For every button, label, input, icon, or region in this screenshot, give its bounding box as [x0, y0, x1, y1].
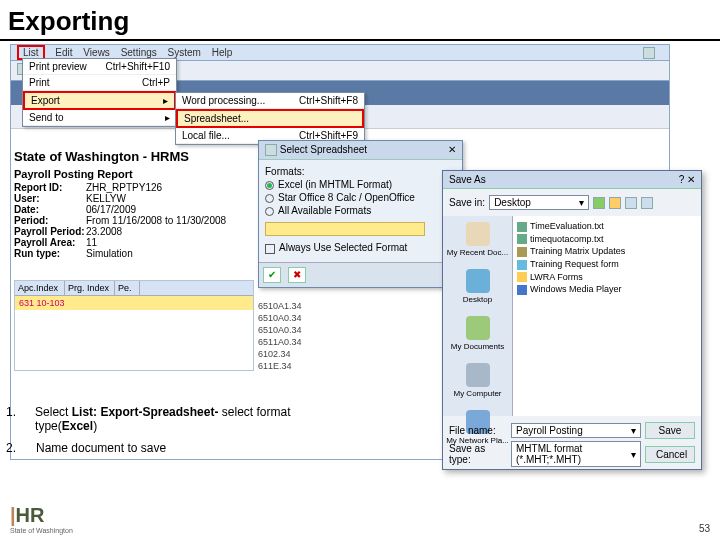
- submenu-word[interactable]: Word processing...Ctrl+Shift+F8: [176, 93, 364, 109]
- instruction-1: Select List: Export-Spreadsheet- select …: [35, 405, 346, 433]
- menu-views[interactable]: Views: [83, 47, 110, 58]
- table-row: 631 10-103: [15, 296, 253, 310]
- list-item[interactable]: LWRA Forms: [517, 271, 697, 284]
- places-bar: My Recent Doc... Desktop My Documents My…: [443, 216, 513, 416]
- back-icon[interactable]: [593, 197, 605, 209]
- list-menu-dropdown: Print previewCtrl+Shift+F10 PrintCtrl+P …: [22, 58, 177, 127]
- instructions: 1.Select List: Export-Spreadsheet- selec…: [6, 405, 346, 463]
- report-header: State of Washington - HRMS Payroll Posti…: [14, 145, 254, 259]
- radio-excel[interactable]: Excel (in MHTML Format): [265, 179, 456, 190]
- save-as-dialog: Save As ? ✕ Save in: Desktop▾ My Recent …: [442, 170, 702, 470]
- menu-print-preview[interactable]: Print previewCtrl+Shift+F10: [23, 59, 176, 75]
- menu-settings[interactable]: Settings: [121, 47, 157, 58]
- radio-staroffice[interactable]: Star Office 8 Calc / OpenOffice: [265, 192, 456, 203]
- export-submenu: Word processing...Ctrl+Shift+F8 Spreadsh…: [175, 92, 365, 145]
- close-icon[interactable]: ✕: [448, 144, 456, 156]
- list-item[interactable]: Training Request form: [517, 258, 697, 271]
- filename-label: File name:: [449, 425, 507, 436]
- up-icon[interactable]: [609, 197, 621, 209]
- save-in-label: Save in:: [449, 197, 485, 208]
- save-in-combo[interactable]: Desktop▾: [489, 195, 589, 210]
- instruction-2: Name document to save: [36, 441, 166, 455]
- col-apc-index: Apc.Index: [15, 281, 65, 295]
- place-desktop[interactable]: Desktop: [443, 263, 512, 310]
- formats-label: Formats:: [265, 166, 456, 177]
- place-mycomputer[interactable]: My Computer: [443, 357, 512, 404]
- menu-print[interactable]: PrintCtrl+P: [23, 75, 176, 91]
- saveas-title: Save As: [449, 174, 486, 185]
- report-title-1: State of Washington - HRMS: [14, 145, 254, 168]
- report-table: Apc.Index Prg. Index Pe. 631 10-103: [14, 280, 254, 371]
- list-item[interactable]: timequotacomp.txt: [517, 233, 697, 246]
- place-recent[interactable]: My Recent Doc...: [443, 216, 512, 263]
- close-icon[interactable]: ✕: [687, 174, 695, 185]
- chevron-down-icon: ▾: [631, 449, 636, 460]
- dialog-icon: [265, 144, 277, 156]
- format-field[interactable]: [265, 222, 425, 236]
- footer-subtitle: State of Washington: [10, 527, 73, 534]
- list-item[interactable]: Training Matrix Updates: [517, 245, 697, 258]
- footer: |HR State of Washington 53: [10, 504, 710, 534]
- always-use-checkbox[interactable]: Always Use Selected Format: [265, 242, 456, 253]
- hr-logo: |HR: [10, 504, 73, 527]
- submenu-spreadsheet[interactable]: Spreadsheet...: [176, 109, 364, 128]
- help-icon[interactable]: ?: [679, 174, 685, 185]
- menu-help[interactable]: Help: [212, 47, 233, 58]
- menu-send-to[interactable]: Send to▸: [23, 110, 176, 126]
- col-pe: Pe.: [115, 281, 140, 295]
- list-item[interactable]: Windows Media Player: [517, 283, 697, 296]
- menu-system[interactable]: System: [168, 47, 201, 58]
- cancel-button[interactable]: ✖: [288, 267, 306, 283]
- chevron-down-icon: ▾: [579, 197, 584, 208]
- code-list: 6510A1.346510A0.346510A0.34 6511A0.34610…: [258, 300, 302, 372]
- savetype-label: Save as type:: [449, 443, 507, 465]
- menu-edit[interactable]: Edit: [55, 47, 72, 58]
- savetype-combo[interactable]: MHTML format (*.MHT;*.MHT)▾: [511, 441, 641, 467]
- place-mydocs[interactable]: My Documents: [443, 310, 512, 357]
- menu-export[interactable]: Export▸: [23, 91, 176, 110]
- list-item[interactable]: TimeEvaluation.txt: [517, 220, 697, 233]
- report-title-2: Payroll Posting Report: [14, 168, 254, 180]
- saveas-controls: ? ✕: [679, 174, 695, 185]
- page-title: Exporting: [0, 0, 720, 41]
- page-number: 53: [699, 523, 710, 534]
- views-icon[interactable]: [641, 197, 653, 209]
- save-button[interactable]: Save: [645, 422, 695, 439]
- newfolder-icon[interactable]: [625, 197, 637, 209]
- select-spreadsheet-dialog: Select Spreadsheet ✕ Formats: Excel (in …: [258, 140, 463, 288]
- sap-logo-icon: [643, 47, 655, 59]
- col-prg-index: Prg. Index: [65, 281, 115, 295]
- dialog-title: Select Spreadsheet: [265, 144, 367, 156]
- cancel-button[interactable]: Cancel: [645, 446, 695, 463]
- filename-input[interactable]: Payroll Posting▾: [511, 423, 641, 438]
- file-list[interactable]: TimeEvaluation.txt timequotacomp.txt Tra…: [513, 216, 701, 416]
- chevron-down-icon: ▾: [631, 425, 636, 436]
- ok-button[interactable]: ✔: [263, 267, 281, 283]
- radio-all-formats[interactable]: All Available Formats: [265, 205, 456, 216]
